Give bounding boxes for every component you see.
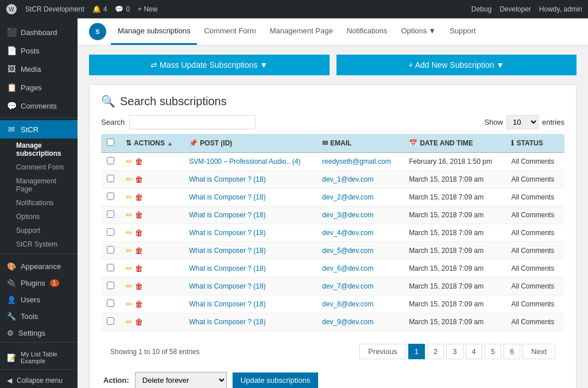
- wp-logo[interactable]: W: [6, 3, 17, 15]
- sidebar-item-my-list-table[interactable]: 📝 My List Table Example: [0, 345, 78, 367]
- email-link-5[interactable]: dev_5@dev.com: [322, 247, 373, 255]
- action-select[interactable]: Delete forever: [135, 372, 227, 388]
- post-link-3[interactable]: What is Composer ? (18): [189, 211, 265, 219]
- delete-icon-1[interactable]: 🗑: [135, 175, 143, 184]
- email-link-2[interactable]: dev_2@dev.com: [322, 193, 373, 201]
- delete-icon-3[interactable]: 🗑: [135, 210, 143, 220]
- edit-icon-9[interactable]: ✏: [126, 317, 133, 326]
- sidebar-item-appearance[interactable]: 🎨 Appearance: [0, 256, 78, 273]
- row-checkbox-4[interactable]: [107, 228, 114, 236]
- post-link-7[interactable]: What is Composer ? (18): [189, 282, 265, 290]
- delete-icon-4[interactable]: 🗑: [135, 228, 143, 237]
- sidebar-item-plugins[interactable]: 🔌 Plugins 1: [0, 273, 78, 290]
- submenu-item-management-page[interactable]: Management Page: [0, 174, 78, 196]
- email-link-7[interactable]: dev_7@dev.com: [322, 282, 373, 290]
- email-link-8[interactable]: dev_8@dev.com: [322, 300, 373, 308]
- sidebar-item-media[interactable]: 🖼 Media: [0, 60, 78, 78]
- post-link-6[interactable]: What is Composer ? (18): [189, 264, 265, 272]
- new-button[interactable]: + New: [138, 5, 157, 13]
- delete-icon-0[interactable]: 🗑: [135, 157, 143, 166]
- delete-icon-6[interactable]: 🗑: [135, 264, 143, 273]
- post-link-9[interactable]: What is Composer ? (18): [189, 318, 265, 326]
- edit-icon-3[interactable]: ✏: [126, 210, 133, 220]
- tab-support[interactable]: Support: [443, 18, 483, 45]
- developer-link[interactable]: Developer: [500, 5, 531, 13]
- email-link-1[interactable]: dev_1@dev.com: [322, 175, 373, 183]
- row-checkbox-9[interactable]: [107, 317, 114, 325]
- email-link-9[interactable]: dev_9@dev.com: [322, 318, 373, 326]
- tab-management-page[interactable]: Management Page: [263, 18, 340, 45]
- row-checkbox-1[interactable]: [107, 175, 114, 182]
- sidebar-item-settings[interactable]: ⚙ Settings: [0, 323, 78, 340]
- email-link-3[interactable]: dev_3@dev.com: [322, 211, 373, 219]
- tab-options[interactable]: Options ▼: [394, 18, 443, 45]
- th-status[interactable]: ℹ STATUS: [505, 134, 564, 153]
- select-all-checkbox[interactable]: [107, 139, 114, 146]
- sidebar-item-comments[interactable]: 💬 Comments: [0, 97, 78, 115]
- row-checkbox-2[interactable]: [107, 193, 114, 200]
- previous-button[interactable]: Previous: [359, 344, 406, 359]
- sidebar-item-users[interactable]: 👤 Users: [0, 290, 78, 306]
- row-checkbox-8[interactable]: [107, 299, 114, 307]
- sidebar-item-tools[interactable]: 🔧 Tools: [0, 306, 78, 323]
- delete-icon-2[interactable]: 🗑: [135, 193, 143, 202]
- row-checkbox-3[interactable]: [107, 210, 114, 218]
- th-email[interactable]: ✉ EMAIL: [316, 134, 403, 153]
- submenu-item-comment-form[interactable]: Comment Form: [0, 160, 78, 174]
- post-link-2[interactable]: What is Composer ? (18): [189, 193, 265, 201]
- page-6-button[interactable]: 6: [504, 344, 520, 359]
- edit-icon-0[interactable]: ✏: [126, 157, 133, 166]
- th-actions[interactable]: ⇅ ACTIONS ▲: [120, 134, 183, 153]
- tab-comment-form[interactable]: Comment Form: [197, 18, 262, 45]
- collapse-menu-button[interactable]: ◀ Collapse menu: [0, 372, 78, 388]
- submenu-item-stcr-system[interactable]: StCR System: [0, 237, 78, 251]
- entries-select[interactable]: 10 25 50 100: [506, 115, 539, 129]
- row-checkbox-0[interactable]: [107, 157, 114, 164]
- submenu-item-support[interactable]: Support: [0, 224, 78, 237]
- edit-icon-2[interactable]: ✏: [126, 193, 133, 202]
- email-link-6[interactable]: dev_6@dev.com: [322, 264, 373, 272]
- mass-update-button[interactable]: ⇄ Mass Update Subscriptions ▼: [89, 55, 330, 75]
- submenu-item-notifications[interactable]: Notifications: [0, 196, 78, 210]
- sidebar-item-stcr[interactable]: ✉ StCR: [0, 120, 78, 139]
- post-link-1[interactable]: What is Composer ? (18): [189, 175, 265, 183]
- email-link-0[interactable]: reedyseth@gmail.com: [322, 157, 391, 166]
- delete-icon-5[interactable]: 🗑: [135, 246, 143, 255]
- post-link-8[interactable]: What is Composer ? (18): [189, 300, 265, 308]
- delete-icon-7[interactable]: 🗑: [135, 282, 143, 291]
- edit-icon-1[interactable]: ✏: [126, 175, 133, 184]
- th-post[interactable]: 📌 POST (ID): [183, 134, 316, 153]
- tab-notifications[interactable]: Notifications: [340, 18, 394, 45]
- notifications-count[interactable]: 🔔 4: [92, 5, 107, 13]
- debug-link[interactable]: Debug: [471, 5, 492, 13]
- comments-count[interactable]: 💬 0: [115, 5, 130, 13]
- edit-icon-7[interactable]: ✏: [126, 282, 133, 291]
- edit-icon-6[interactable]: ✏: [126, 264, 133, 273]
- add-new-subscription-button[interactable]: + Add New Subscription ▼: [336, 55, 577, 75]
- email-link-4[interactable]: dev_4@dev.com: [322, 229, 373, 237]
- sidebar-item-dashboard[interactable]: ⬛ Dashboard: [0, 23, 78, 41]
- page-4-button[interactable]: 4: [466, 344, 482, 359]
- howdy-label[interactable]: Howdy, admin: [539, 5, 582, 13]
- edit-icon-8[interactable]: ✏: [126, 299, 133, 309]
- delete-icon-8[interactable]: 🗑: [135, 299, 143, 309]
- update-subscriptions-button[interactable]: Update subscriptions: [233, 372, 318, 388]
- edit-icon-4[interactable]: ✏: [126, 228, 133, 237]
- sidebar-item-pages[interactable]: 📋 Pages: [0, 78, 78, 97]
- page-1-button[interactable]: 1: [408, 344, 425, 359]
- row-checkbox-7[interactable]: [107, 282, 114, 289]
- tab-manage-subscriptions[interactable]: Manage subscriptions: [111, 18, 197, 45]
- submenu-item-manage-subscriptions[interactable]: Manage subscriptions: [0, 139, 78, 160]
- site-name[interactable]: StCR Development: [25, 5, 84, 13]
- post-link-0[interactable]: SVM-1000 – Professional Audio.. (4): [189, 157, 300, 166]
- page-5-button[interactable]: 5: [485, 344, 501, 359]
- page-2-button[interactable]: 2: [427, 344, 444, 359]
- submenu-item-options[interactable]: Options: [0, 210, 78, 224]
- row-checkbox-5[interactable]: [107, 246, 114, 253]
- page-3-button[interactable]: 3: [446, 344, 463, 359]
- post-link-5[interactable]: What is Composer ? (18): [189, 247, 265, 255]
- edit-icon-5[interactable]: ✏: [126, 246, 133, 255]
- next-button[interactable]: Next: [523, 344, 555, 359]
- search-input[interactable]: [129, 115, 256, 129]
- delete-icon-9[interactable]: 🗑: [135, 317, 143, 326]
